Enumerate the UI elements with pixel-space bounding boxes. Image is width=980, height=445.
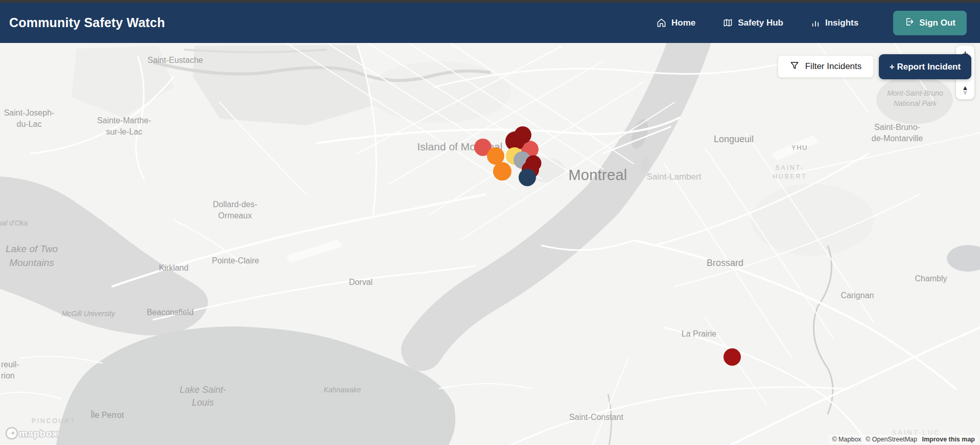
nav-item-safety-hub[interactable]: Safety Hub xyxy=(723,18,783,28)
svg-text:mapbox: mapbox xyxy=(19,428,58,439)
filter-funnel-icon xyxy=(790,61,799,73)
pitch-toggle-control[interactable]: ▲ ▼ xyxy=(962,81,969,99)
main-nav: Home Safety Hub Insights Sign Out xyxy=(657,11,967,35)
incident-marker[interactable] xyxy=(519,169,536,186)
nav-item-home[interactable]: Home xyxy=(657,18,695,28)
map-canvas[interactable]: Saint-EustacheSaint-Joseph- du-LacSainte… xyxy=(0,43,980,445)
log-out-icon xyxy=(904,17,914,29)
sign-out-label: Sign Out xyxy=(919,18,955,28)
basemap-graphics xyxy=(0,43,980,445)
incident-marker[interactable] xyxy=(724,348,741,366)
mapbox-attribution-link[interactable]: © Mapbox xyxy=(832,436,861,443)
report-incident-label: + Report Incident xyxy=(890,62,961,72)
sign-out-button[interactable]: Sign Out xyxy=(893,11,967,35)
map-attribution: © Mapbox © OpenStreetMap Improve this ma… xyxy=(829,435,978,444)
filter-incidents-button[interactable]: Filter Incidents xyxy=(778,55,874,78)
incident-marker[interactable] xyxy=(493,162,511,181)
pitch-down-icon: ▼ xyxy=(962,91,969,96)
osm-attribution-link[interactable]: © OpenStreetMap xyxy=(866,436,917,443)
map-icon xyxy=(723,18,733,28)
app-title: Community Safety Watch xyxy=(9,15,165,30)
mapbox-logo[interactable]: mapbox xyxy=(5,427,58,442)
nav-item-label: Insights xyxy=(825,18,858,28)
nav-item-label: Home xyxy=(671,18,695,28)
window-top-strip xyxy=(0,0,980,3)
app-header: Community Safety Watch Home Safety Hub I… xyxy=(0,3,980,43)
report-incident-button[interactable]: + Report Incident xyxy=(879,54,971,79)
nav-item-insights[interactable]: Insights xyxy=(811,18,858,28)
nav-item-label: Safety Hub xyxy=(738,18,783,28)
improve-map-link[interactable]: Improve this map xyxy=(922,436,975,443)
bar-chart-icon xyxy=(811,18,820,28)
filter-incidents-label: Filter Incidents xyxy=(805,61,862,72)
home-icon xyxy=(657,18,666,28)
